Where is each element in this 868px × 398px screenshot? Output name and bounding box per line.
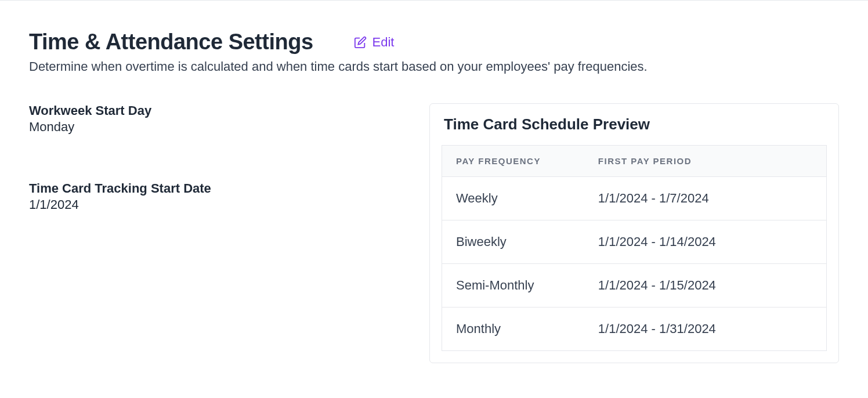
cell-pay-frequency: Weekly (442, 177, 584, 220)
cell-first-pay-period: 1/1/2024 - 1/31/2024 (584, 307, 827, 351)
workweek-field: Workweek Start Day Monday (29, 103, 406, 135)
workweek-label: Workweek Start Day (29, 103, 406, 118)
edit-button-label: Edit (372, 35, 395, 50)
cell-pay-frequency: Monthly (442, 307, 584, 351)
table-row: Weekly 1/1/2024 - 1/7/2024 (442, 177, 827, 220)
settings-container: Time & Attendance Settings Edit Determin… (0, 1, 868, 381)
edit-button[interactable]: Edit (354, 35, 395, 50)
preview-title: Time Card Schedule Preview (442, 115, 827, 133)
right-column: Time Card Schedule Preview Pay Frequency… (429, 103, 839, 363)
col-first-pay-period: First Pay Period (584, 146, 827, 177)
cell-first-pay-period: 1/1/2024 - 1/7/2024 (584, 177, 827, 220)
page-subtitle: Determine when overtime is calculated an… (29, 59, 839, 74)
cell-first-pay-period: 1/1/2024 - 1/15/2024 (584, 264, 827, 307)
tracking-start-value: 1/1/2024 (29, 197, 406, 212)
preview-card: Time Card Schedule Preview Pay Frequency… (429, 103, 839, 363)
table-row: Monthly 1/1/2024 - 1/31/2024 (442, 307, 827, 351)
edit-icon (354, 36, 367, 49)
cell-pay-frequency: Biweekly (442, 220, 584, 264)
content-row: Workweek Start Day Monday Time Card Trac… (29, 103, 839, 363)
table-row: Semi-Monthly 1/1/2024 - 1/15/2024 (442, 264, 827, 307)
tracking-start-field: Time Card Tracking Start Date 1/1/2024 (29, 181, 406, 212)
preview-table: Pay Frequency First Pay Period Weekly 1/… (442, 145, 827, 351)
table-row: Biweekly 1/1/2024 - 1/14/2024 (442, 220, 827, 264)
col-pay-frequency: Pay Frequency (442, 146, 584, 177)
left-column: Workweek Start Day Monday Time Card Trac… (29, 103, 406, 363)
cell-first-pay-period: 1/1/2024 - 1/14/2024 (584, 220, 827, 264)
cell-pay-frequency: Semi-Monthly (442, 264, 584, 307)
table-header-row: Pay Frequency First Pay Period (442, 146, 827, 177)
header-row: Time & Attendance Settings Edit (29, 30, 839, 55)
page-title: Time & Attendance Settings (29, 30, 313, 55)
workweek-value: Monday (29, 120, 406, 135)
tracking-start-label: Time Card Tracking Start Date (29, 181, 406, 196)
